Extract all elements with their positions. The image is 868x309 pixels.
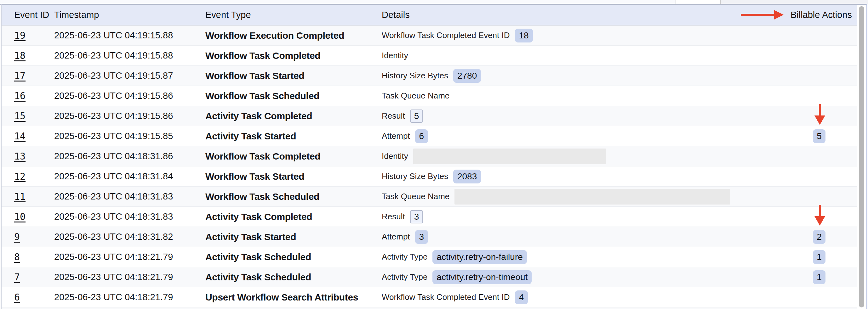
event-type-cell: Activity Task Completed xyxy=(205,106,312,126)
details-cell: Workflow Task Completed Event ID 18 xyxy=(382,26,533,45)
detail-label: History Size Bytes xyxy=(382,171,448,181)
billable-actions-cell: 1 xyxy=(781,247,857,267)
detail-label: Activity Type xyxy=(382,272,427,282)
detail-label: Identity xyxy=(382,151,408,161)
table-body: 19 2025-06-23 UTC 04:19:15.88 Workflow E… xyxy=(2,26,857,307)
event-type-cell: Workflow Execution Completed xyxy=(205,26,344,45)
timestamp-cell: 2025-06-23 UTC 04:19:15.88 xyxy=(54,46,173,65)
event-id-link[interactable]: 15 xyxy=(14,106,26,126)
detail-label: Attempt xyxy=(382,131,410,141)
detail-label: Identity xyxy=(382,51,408,60)
event-id-link[interactable]: 16 xyxy=(14,86,26,106)
table-row: 13 2025-06-23 UTC 04:18:31.86 Workflow T… xyxy=(2,146,857,167)
billable-actions-badge: 1 xyxy=(813,250,826,264)
details-cell: History Size Bytes 2780 xyxy=(382,66,481,85)
table-row: 7 2025-06-23 UTC 04:18:21.79 Activity Ta… xyxy=(2,267,857,287)
top-strip xyxy=(0,0,868,4)
billable-actions-cell xyxy=(781,146,857,166)
header-event-id[interactable]: Event ID xyxy=(14,5,49,25)
timestamp-cell: 2025-06-23 UTC 04:18:31.84 xyxy=(54,167,173,186)
table-row: 16 2025-06-23 UTC 04:19:15.86 Workflow T… xyxy=(2,86,857,106)
details-cell: Identity xyxy=(382,46,408,65)
billable-actions-cell: 1 xyxy=(781,267,857,287)
header-details: Details xyxy=(382,5,410,25)
red-arrow-down-icon xyxy=(814,104,825,125)
billable-actions-cell xyxy=(781,66,857,85)
billable-actions-cell xyxy=(781,287,857,307)
details-cell: Identity xyxy=(382,146,606,166)
header-event-type[interactable]: Event Type xyxy=(205,5,251,25)
detail-value-badge: 3 xyxy=(410,210,423,224)
redacted-value-box xyxy=(413,148,606,164)
event-type-cell: Activity Task Started xyxy=(205,126,296,146)
arrow-shaft xyxy=(819,104,821,115)
top-strip-white-box xyxy=(676,0,721,4)
details-cell: History Size Bytes 2083 xyxy=(382,167,481,186)
detail-value-badge: 5 xyxy=(410,109,423,123)
details-cell: Attempt 3 xyxy=(382,227,428,247)
header-billable-actions: Billable Actions xyxy=(781,5,852,25)
billable-actions-badge: 5 xyxy=(813,129,826,143)
detail-value-badge: 2780 xyxy=(453,69,481,83)
detail-value-badge: 4 xyxy=(515,290,528,304)
timestamp-cell: 2025-06-23 UTC 04:18:21.79 xyxy=(54,267,173,287)
detail-label: Result xyxy=(382,111,405,121)
table-header-row: Event ID Timestamp Event Type Details Bi… xyxy=(2,5,857,26)
event-id-link[interactable]: 18 xyxy=(14,46,26,65)
timestamp-cell: 2025-06-23 UTC 04:19:15.86 xyxy=(54,106,173,126)
event-id-link[interactable]: 6 xyxy=(14,287,20,307)
billable-actions-cell: 2 xyxy=(781,227,857,247)
detail-label: Workflow Task Completed Event ID xyxy=(382,31,510,40)
table-row: 10 2025-06-23 UTC 04:18:31.83 Activity T… xyxy=(2,207,857,227)
event-id-link[interactable]: 10 xyxy=(14,207,26,227)
event-id-link[interactable]: 7 xyxy=(14,267,20,287)
event-type-cell: Workflow Task Completed xyxy=(205,46,320,65)
details-cell: Activity Type activity.retry-on-timeout xyxy=(382,267,532,287)
detail-value-badge: 3 xyxy=(415,230,428,244)
event-id-link[interactable]: 11 xyxy=(14,186,26,206)
billable-actions-cell xyxy=(781,26,857,45)
timestamp-cell: 2025-06-23 UTC 04:19:15.88 xyxy=(54,26,173,45)
red-arrow-down-icon xyxy=(814,205,825,226)
timestamp-cell: 2025-06-23 UTC 04:19:15.85 xyxy=(54,126,173,146)
timestamp-cell: 2025-06-23 UTC 04:19:15.86 xyxy=(54,86,173,106)
partial-next-row xyxy=(2,307,857,309)
red-arrow-right-icon xyxy=(741,5,784,25)
vertical-scrollbar[interactable] xyxy=(857,5,866,309)
event-type-cell: Activity Task Started xyxy=(205,227,296,247)
event-type-cell: Workflow Task Scheduled xyxy=(205,86,319,106)
event-id-link[interactable]: 8 xyxy=(14,247,20,267)
table-row: 8 2025-06-23 UTC 04:18:21.79 Activity Ta… xyxy=(2,247,857,267)
event-id-link[interactable]: 13 xyxy=(14,146,26,166)
billable-actions-cell xyxy=(781,186,857,206)
panel-right-border xyxy=(866,4,867,309)
event-id-link[interactable]: 19 xyxy=(14,26,26,45)
event-id-link[interactable]: 14 xyxy=(14,126,26,146)
table-row: 18 2025-06-23 UTC 04:19:15.88 Workflow T… xyxy=(2,46,857,66)
detail-label: Attempt xyxy=(382,232,410,242)
timestamp-cell: 2025-06-23 UTC 04:18:21.79 xyxy=(54,287,173,307)
timestamp-cell: 2025-06-23 UTC 04:18:31.83 xyxy=(54,207,173,227)
event-type-cell: Workflow Task Completed xyxy=(205,146,320,166)
timestamp-cell: 2025-06-23 UTC 04:19:15.87 xyxy=(54,66,173,85)
timestamp-cell: 2025-06-23 UTC 04:18:31.86 xyxy=(54,146,173,166)
details-cell: Workflow Task Completed Event ID 4 xyxy=(382,287,528,307)
header-timestamp[interactable]: Timestamp xyxy=(54,5,99,25)
event-id-link[interactable]: 17 xyxy=(14,66,26,85)
timestamp-cell: 2025-06-23 UTC 04:18:21.79 xyxy=(54,247,173,267)
event-id-link[interactable]: 9 xyxy=(14,227,20,247)
event-type-cell: Activity Task Scheduled xyxy=(205,247,311,267)
event-history-table: Event ID Timestamp Event Type Details Bi… xyxy=(2,5,857,307)
details-cell: Attempt 6 xyxy=(382,126,428,146)
billable-actions-badge: 2 xyxy=(813,230,826,244)
table-row: 15 2025-06-23 UTC 04:19:15.86 Activity T… xyxy=(2,106,857,126)
billable-actions-cell: 5 xyxy=(781,126,857,146)
table-row: 12 2025-06-23 UTC 04:18:31.84 Workflow T… xyxy=(2,167,857,186)
arrow-shaft xyxy=(819,205,821,216)
table-row: 14 2025-06-23 UTC 04:19:15.85 Activity T… xyxy=(2,126,857,146)
event-id-link[interactable]: 12 xyxy=(14,167,26,186)
billable-actions-cell xyxy=(781,46,857,65)
table-row: 17 2025-06-23 UTC 04:19:15.87 Workflow T… xyxy=(2,66,857,86)
billable-actions-cell xyxy=(781,86,857,106)
scrollbar-thumb[interactable] xyxy=(859,6,864,307)
